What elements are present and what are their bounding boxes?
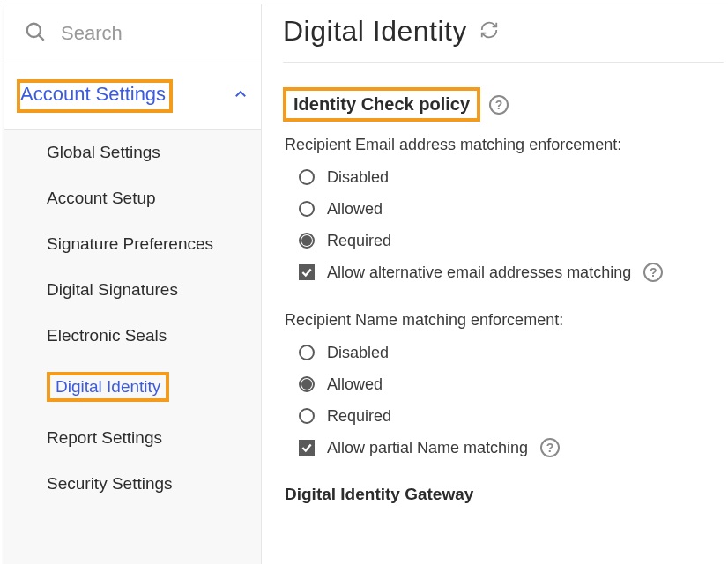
identity-check-title: Identity Check policy	[283, 87, 480, 122]
sidebar-list: Global Settings Account Setup Signature …	[4, 130, 261, 564]
search-input[interactable]	[59, 21, 245, 46]
radio-icon	[299, 408, 315, 424]
radio-label: Allowed	[327, 200, 383, 219]
help-icon[interactable]: ?	[643, 263, 663, 282]
sidebar-item-digital-signatures[interactable]: Digital Signatures	[4, 267, 261, 313]
radio-icon	[299, 201, 315, 217]
sidebar-item-electronic-seals[interactable]: Electronic Seals	[4, 313, 261, 359]
svg-line-1	[39, 35, 44, 41]
radio-icon	[299, 233, 315, 249]
search-bar[interactable]	[4, 4, 261, 63]
page-title-row: Digital Identity	[283, 15, 724, 63]
sidebar-item-signature-preferences[interactable]: Signature Preferences	[4, 221, 261, 267]
radio-label: Allowed	[327, 375, 383, 394]
sidebar-item-label: Security Settings	[47, 474, 173, 494]
radio-label: Required	[327, 407, 391, 426]
sidebar: Account Settings Global Settings Account…	[4, 4, 262, 564]
sidebar-item-security-settings[interactable]: Security Settings	[4, 461, 261, 507]
name-radio-disabled[interactable]: Disabled	[299, 338, 728, 367]
chevron-up-icon	[233, 86, 249, 106]
checkbox-icon	[299, 264, 315, 280]
sidebar-item-label: Electronic Seals	[47, 326, 167, 345]
name-radio-allowed[interactable]: Allowed	[299, 370, 728, 398]
gateway-heading: Digital Identity Gateway	[285, 485, 728, 504]
radio-label: Disabled	[327, 168, 389, 187]
refresh-icon[interactable]	[479, 20, 499, 43]
sidebar-item-digital-identity[interactable]: Digital Identity	[4, 359, 261, 415]
search-icon	[24, 20, 47, 47]
email-group-label: Recipient Email address matching enforce…	[285, 136, 728, 154]
radio-icon	[299, 345, 315, 360]
name-allow-partial-checkbox[interactable]: Allow partial Name matching ?	[299, 434, 728, 462]
sidebar-item-label: Digital Identity	[47, 372, 169, 402]
radio-label: Required	[327, 232, 391, 250]
email-radio-required[interactable]: Required	[299, 226, 728, 255]
radio-icon	[299, 169, 315, 185]
sidebar-item-label: Digital Signatures	[47, 280, 178, 300]
page-title: Digital Identity	[283, 15, 467, 48]
app-frame: Account Settings Global Settings Account…	[4, 4, 728, 564]
radio-label: Disabled	[327, 344, 389, 362]
sidebar-item-account-setup[interactable]: Account Setup	[4, 175, 261, 221]
sidebar-item-global-settings[interactable]: Global Settings	[4, 130, 261, 175]
sidebar-section-label: Account Settings	[17, 79, 173, 113]
svg-point-0	[27, 24, 41, 37]
sidebar-item-label: Global Settings	[47, 143, 160, 162]
email-radio-disabled[interactable]: Disabled	[299, 163, 728, 191]
help-icon[interactable]: ?	[540, 438, 560, 457]
sidebar-item-label: Account Setup	[47, 189, 156, 208]
sidebar-item-label: Report Settings	[47, 428, 162, 448]
checkbox-icon	[299, 440, 315, 456]
email-allow-alt-checkbox[interactable]: Allow alternative email addresses matchi…	[299, 258, 728, 286]
email-radio-allowed[interactable]: Allowed	[299, 195, 728, 223]
name-group-label: Recipient Name matching enforcement:	[285, 311, 728, 330]
section-title-row: Identity Check policy ?	[283, 87, 728, 122]
radio-icon	[299, 376, 315, 392]
sidebar-section-header[interactable]: Account Settings	[4, 63, 261, 130]
checkbox-label: Allow alternative email addresses matchi…	[327, 263, 631, 282]
sidebar-item-label: Signature Preferences	[47, 234, 213, 254]
checkbox-label: Allow partial Name matching	[327, 439, 528, 457]
help-icon[interactable]: ?	[489, 95, 509, 115]
sidebar-item-report-settings[interactable]: Report Settings	[4, 415, 261, 461]
name-radio-required[interactable]: Required	[299, 402, 728, 430]
main-panel: Digital Identity Identity Check policy ?…	[262, 4, 728, 564]
